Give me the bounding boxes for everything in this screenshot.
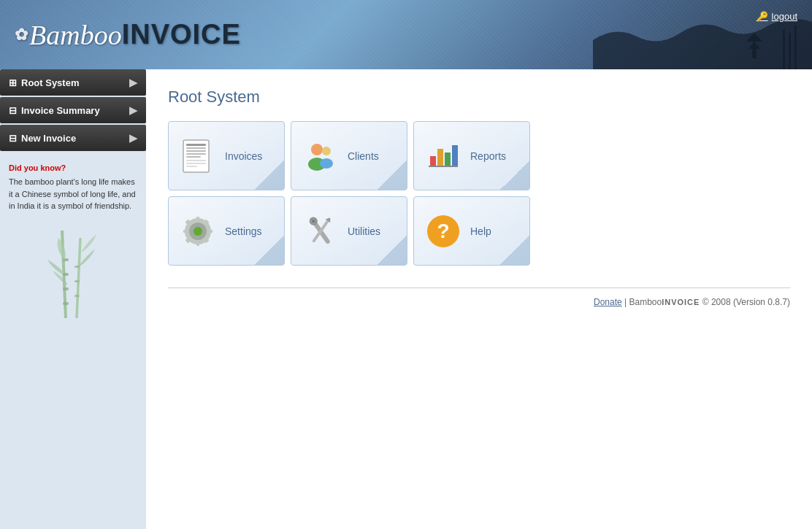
sidebar: ⊞ Root System ▶ ⊟ Invoice Summary ▶ ⊟ Ne… [0,69,146,529]
svg-rect-36 [445,152,451,166]
main-layout: ⊞ Root System ▶ ⊟ Invoice Summary ▶ ⊟ Ne… [0,69,812,529]
svg-point-29 [311,144,323,155]
dyk-title: Did you know? [9,163,137,172]
svg-line-16 [77,238,80,318]
svg-rect-44 [208,230,212,233]
logo-bamboo: Bamboo [29,19,122,51]
footer-copyright: © 2008 (Version 0.8.7) [702,297,790,307]
svg-rect-17 [74,295,80,297]
utilities-icon [302,213,339,250]
footer: Donate | BambooINVOICE © 2008 (Version 0… [168,287,790,316]
help-icon: ? [425,213,461,250]
svg-rect-6 [794,26,797,69]
svg-point-31 [322,147,331,155]
main-content: Root System In [146,69,812,529]
svg-text:?: ? [437,220,449,242]
app-logo: ✿ Bamboo INVOICE [15,19,241,51]
svg-rect-19 [74,266,80,268]
svg-rect-33 [429,166,458,167]
logo-invoice: INVOICE [122,19,241,50]
svg-rect-35 [437,149,443,166]
svg-rect-23 [186,150,206,152]
svg-rect-13 [63,287,69,290]
dyk-text: The bamboo plant's long life makes it a … [9,176,137,212]
tile-settings[interactable]: Settings [168,196,285,266]
arrow-icon-2: ▶ [129,104,137,116]
sidebar-item-invoice-summary[interactable]: ⊟ Invoice Summary ▶ [0,97,146,123]
grid-icon: ⊞ [9,77,17,88]
sidebar-item-root-system[interactable]: ⊞ Root System ▶ [0,69,146,96]
svg-rect-28 [186,166,197,167]
reports-icon [425,138,461,174]
new-icon: ⊟ [9,133,17,144]
svg-rect-24 [186,153,206,155]
svg-rect-18 [74,280,80,282]
svg-rect-5 [789,33,791,69]
tile-help[interactable]: ? Help [413,196,530,266]
reports-label: Reports [470,150,506,162]
clients-label: Clients [348,150,379,162]
svg-rect-26 [186,160,206,161]
icon-grid: Invoices Clients [168,121,790,266]
svg-point-32 [320,158,333,169]
footer-brand: BambooINVOICE [629,297,702,307]
list-icon: ⊟ [9,105,17,116]
svg-rect-4 [783,29,785,69]
tile-reports[interactable]: Reports [413,121,530,190]
sidebar-item-new-invoice[interactable]: ⊟ New Invoice ▶ [0,125,146,151]
svg-rect-21 [186,144,206,146]
settings-label: Settings [225,225,262,237]
utilities-label: Utilities [348,225,380,237]
tile-invoices[interactable]: Invoices [168,121,285,190]
svg-rect-12 [63,302,69,305]
page-title: Root System [168,88,790,107]
arrow-icon-3: ▶ [129,132,137,144]
tile-utilities[interactable]: Utilities [291,196,407,266]
settings-icon [180,213,216,250]
clients-icon [302,138,339,174]
tile-clients[interactable]: Clients [291,121,407,190]
svg-rect-14 [63,273,69,276]
did-you-know-section: Did you know? The bamboo plant's long li… [0,152,146,223]
svg-rect-43 [183,230,188,233]
donate-link[interactable]: Donate [594,297,622,307]
svg-rect-34 [430,156,436,166]
invoices-label: Invoices [225,150,262,162]
svg-rect-25 [186,156,201,158]
key-icon: 🔑 [757,11,768,22]
svg-point-40 [194,227,202,236]
svg-rect-37 [452,145,458,166]
svg-rect-22 [186,147,206,149]
svg-rect-27 [186,163,206,164]
app-header: ✿ Bamboo INVOICE 🔑 logout [0,0,812,69]
help-label: Help [470,225,491,237]
invoice-icon [180,138,216,174]
bamboo-illustration [37,231,110,318]
logout-button[interactable]: 🔑 logout [757,11,797,22]
arrow-icon: ▶ [129,77,137,88]
svg-rect-3 [752,49,757,58]
svg-rect-41 [196,217,199,221]
svg-rect-42 [196,242,199,246]
